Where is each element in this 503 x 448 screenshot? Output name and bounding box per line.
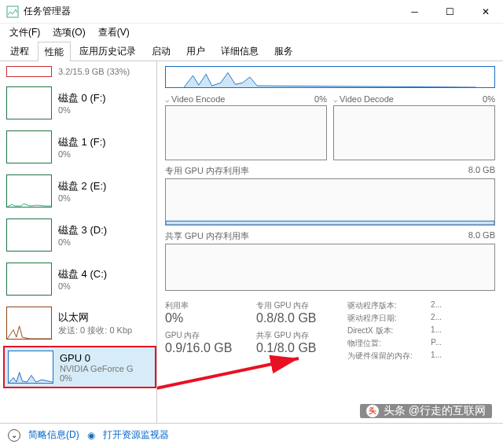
- sidebar-item-disk3[interactable]: 磁盘 3 (D:)0%: [3, 214, 156, 256]
- thumb-disk: [6, 263, 52, 296]
- chevron-down-icon[interactable]: ⌵: [165, 96, 169, 104]
- sidebar-item-disk1[interactable]: 磁盘 1 (F:)0%: [3, 126, 156, 168]
- thumb-disk: [6, 174, 52, 207]
- stat-shared-label: 共享 GPU 内存: [256, 330, 329, 341]
- tab-details[interactable]: 详细信息: [214, 41, 266, 61]
- stat-gpumem-value: 0.9/16.0 GB: [165, 341, 237, 355]
- svg-line-1: [157, 358, 299, 391]
- sidebar-item-ethernet[interactable]: 以太网发送: 0 接收: 0 Kbp: [3, 302, 156, 344]
- chart-3d: [165, 66, 495, 88]
- chevron-down-icon[interactable]: ⌵: [333, 96, 337, 104]
- sidebar-item-disk2[interactable]: 磁盘 2 (E:)0%: [3, 170, 156, 212]
- watermark: 头 头条 @行走的互联网: [360, 404, 492, 418]
- menu-options[interactable]: 选项(O): [48, 24, 90, 41]
- driver-info: 驱动程序版本:2... 驱动程序日期:2... DirectX 版本:1... …: [347, 300, 442, 362]
- thumb-ethernet: [6, 307, 52, 340]
- watermark-logo-icon: 头: [366, 405, 379, 417]
- minimize-button[interactable]: ─: [397, 0, 432, 24]
- maximize-button[interactable]: ☐: [432, 0, 468, 24]
- stat-util-label: 利用率: [165, 300, 237, 311]
- stat-gpumem-label: GPU 内存: [165, 330, 237, 341]
- thumb-disk: [6, 218, 52, 252]
- chart-video-decode: ⌵ Video Decode0%: [333, 94, 495, 160]
- sidebar-label: 磁盘 4 (C:): [58, 267, 107, 281]
- footer: ⌄ 简略信息(D) ◉ 打开资源监视器: [0, 423, 503, 446]
- sidebar-label: 磁盘 3 (D:): [58, 223, 107, 237]
- collapse-icon[interactable]: ⌄: [8, 429, 20, 442]
- sidebar-item-disk4[interactable]: 磁盘 4 (C:)0%: [3, 258, 156, 300]
- resource-monitor-link[interactable]: 打开资源监视器: [103, 428, 169, 442]
- thumb-disk: [6, 130, 52, 163]
- sidebar-label: 磁盘 0 (F:): [58, 91, 106, 105]
- chart-video-encode: ⌵ Video Encode0%: [165, 94, 327, 160]
- thumb-memory: [6, 66, 52, 77]
- menu-file[interactable]: 文件(F): [5, 24, 45, 41]
- tab-processes[interactable]: 进程: [3, 41, 36, 61]
- sidebar: 3.2/15.9 GB (33%) 磁盘 0 (F:)0% 磁盘 1 (F:)0…: [0, 61, 157, 423]
- sidebar-label: GPU 0: [60, 352, 134, 364]
- stat-shared-value: 0.1/8.0 GB: [256, 341, 329, 355]
- sidebar-label: 磁盘 2 (E:): [58, 179, 106, 193]
- titlebar: 任务管理器 ─ ☐ ✕: [0, 0, 503, 24]
- tabs: 进程 性能 应用历史记录 启动 用户 详细信息 服务: [0, 41, 503, 61]
- sidebar-label: 以太网: [58, 310, 132, 325]
- chart-dedicated-gpu-mem: 专用 GPU 内存利用率8.0 GB: [165, 165, 495, 226]
- sidebar-item-memory[interactable]: 3.2/15.9 GB (33%): [3, 63, 156, 80]
- tab-users[interactable]: 用户: [179, 41, 212, 61]
- thumb-disk: [6, 86, 52, 119]
- stat-dedicated-label: 专用 GPU 内存: [256, 300, 329, 311]
- menu-view[interactable]: 查看(V): [94, 24, 134, 41]
- app-icon: [6, 6, 19, 18]
- sidebar-item-gpu0[interactable]: GPU 0NVIDIA GeForce G0%: [3, 346, 156, 388]
- menubar: 文件(F) 选项(O) 查看(V): [0, 24, 503, 41]
- stat-dedicated-value: 0.8/8.0 GB: [256, 311, 329, 325]
- stat-util-value: 0%: [165, 311, 237, 325]
- chart-shared-gpu-mem: 共享 GPU 内存利用率8.0 GB: [165, 230, 495, 291]
- sidebar-label: 3.2/15.9 GB (33%): [58, 67, 130, 76]
- svg-rect-0: [7, 6, 18, 17]
- close-button[interactable]: ✕: [468, 0, 503, 24]
- sidebar-label: 磁盘 1 (F:): [58, 135, 106, 149]
- tab-app-history[interactable]: 应用历史记录: [72, 41, 143, 61]
- brief-info-link[interactable]: 简略信息(D): [28, 428, 79, 442]
- tab-performance[interactable]: 性能: [38, 42, 71, 61]
- main-panel: ⌵ Video Encode0% ⌵ Video Decode0% 专用 GPU…: [157, 61, 503, 423]
- tab-services[interactable]: 服务: [267, 41, 300, 61]
- thumb-gpu: [8, 351, 53, 384]
- sidebar-item-disk0[interactable]: 磁盘 0 (F:)0%: [3, 82, 156, 124]
- stats: 利用率 0% GPU 内存 0.9/16.0 GB 专用 GPU 内存 0.8/…: [165, 300, 495, 362]
- monitor-icon: ◉: [87, 430, 95, 441]
- tab-startup[interactable]: 启动: [145, 41, 178, 61]
- content: 3.2/15.9 GB (33%) 磁盘 0 (F:)0% 磁盘 1 (F:)0…: [0, 61, 503, 423]
- window-title: 任务管理器: [24, 5, 397, 18]
